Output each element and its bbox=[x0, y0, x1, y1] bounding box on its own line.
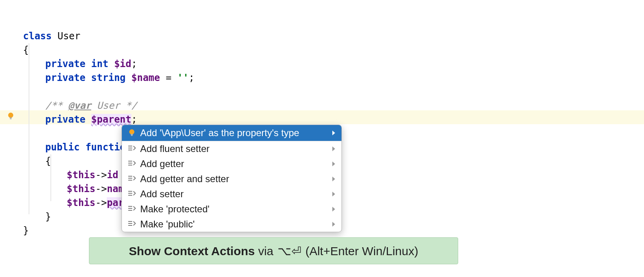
submenu-arrow-icon bbox=[332, 130, 336, 136]
string-literal: '' bbox=[177, 72, 189, 83]
keyword-private: private bbox=[45, 58, 85, 69]
phpdoc-tag: @var bbox=[68, 100, 91, 111]
var-name: $name bbox=[131, 72, 160, 83]
intention-icon bbox=[127, 190, 136, 198]
submenu-arrow-icon bbox=[332, 221, 336, 227]
ref-id: id bbox=[107, 169, 118, 181]
intention-item-add-getter-setter[interactable]: Add getter and setter bbox=[122, 171, 341, 187]
var-this: $this bbox=[67, 183, 95, 194]
phpdoc-open: /** bbox=[45, 100, 68, 111]
intention-icon bbox=[127, 175, 136, 183]
class-name: User bbox=[52, 31, 80, 42]
submenu-arrow-icon bbox=[332, 191, 336, 197]
submenu-arrow-icon bbox=[332, 146, 336, 152]
submenu-arrow-icon bbox=[332, 206, 336, 212]
intention-item-make-public[interactable]: Make 'public' bbox=[122, 217, 341, 232]
keyword-private: private bbox=[45, 72, 85, 83]
banner-shortcut-mac: ⌥⏎ bbox=[277, 244, 302, 258]
intention-icon bbox=[127, 205, 136, 214]
intention-item-add-fluent-setter[interactable]: Add fluent setter bbox=[122, 141, 341, 156]
blank-line bbox=[23, 85, 644, 99]
banner-title: Show Context Actions bbox=[129, 244, 255, 258]
hint-banner: Show Context Actions via ⌥⏎ (Alt+Enter W… bbox=[89, 237, 458, 264]
submenu-arrow-icon bbox=[332, 161, 336, 167]
intention-label: Add '\App\User' as the property's type bbox=[140, 127, 328, 138]
intention-icon bbox=[127, 144, 136, 153]
open-brace: { bbox=[45, 156, 51, 167]
var-this: $this bbox=[67, 169, 95, 181]
arrow-op: -> bbox=[95, 183, 107, 194]
arrow-op: -> bbox=[95, 169, 107, 181]
intention-actions-popup: Add '\App\User' as the property's type A… bbox=[121, 125, 342, 232]
intention-item-add-getter[interactable]: Add getter bbox=[122, 156, 341, 171]
code-line: /** @var User */ bbox=[23, 99, 644, 113]
keyword-function: functio bbox=[80, 142, 126, 153]
intention-label: Add getter bbox=[140, 158, 328, 169]
equals: = bbox=[160, 72, 177, 83]
arrow-op: -> bbox=[95, 197, 107, 208]
lightbulb-icon bbox=[127, 129, 136, 137]
banner-shortcut-win: (Alt+Enter Win/Linux) bbox=[302, 244, 418, 258]
keyword-class: class bbox=[23, 31, 52, 42]
close-brace: } bbox=[45, 211, 51, 222]
intention-icon bbox=[127, 160, 136, 168]
phpdoc-body: User */ bbox=[91, 100, 137, 111]
svg-point-3 bbox=[129, 129, 135, 135]
type-int: int bbox=[85, 58, 114, 69]
svg-rect-4 bbox=[131, 134, 133, 135]
code-line: private int $id; bbox=[23, 57, 644, 71]
semicolon: ; bbox=[131, 114, 137, 125]
var-parent: $parent bbox=[91, 114, 131, 125]
keyword-private: private bbox=[45, 114, 85, 125]
intention-label: Add fluent setter bbox=[140, 143, 328, 154]
submenu-arrow-icon bbox=[332, 176, 336, 182]
code-line: class User bbox=[23, 29, 644, 43]
intention-item-add-type[interactable]: Add '\App\User' as the property's type bbox=[122, 125, 341, 141]
var-this: $this bbox=[67, 197, 95, 208]
intention-label: Make 'protected' bbox=[140, 204, 328, 215]
keyword-public: public bbox=[45, 142, 80, 153]
intention-item-make-protected[interactable]: Make 'protected' bbox=[122, 202, 341, 217]
close-brace: } bbox=[23, 225, 29, 236]
svg-rect-5 bbox=[131, 135, 133, 136]
banner-via: via bbox=[255, 244, 277, 258]
var-id: $id bbox=[114, 58, 131, 69]
open-brace: { bbox=[23, 44, 29, 56]
intention-label: Add getter and setter bbox=[140, 173, 328, 185]
intention-label: Make 'public' bbox=[140, 219, 328, 230]
intention-item-add-setter[interactable]: Add setter bbox=[122, 187, 341, 202]
code-line: { bbox=[23, 43, 644, 57]
code-line: private string $name = ''; bbox=[23, 71, 644, 85]
intention-label: Add setter bbox=[140, 189, 328, 200]
semicolon: ; bbox=[131, 58, 137, 69]
type-string: string bbox=[85, 72, 131, 83]
semicolon: ; bbox=[189, 72, 194, 83]
intention-icon bbox=[127, 220, 136, 229]
